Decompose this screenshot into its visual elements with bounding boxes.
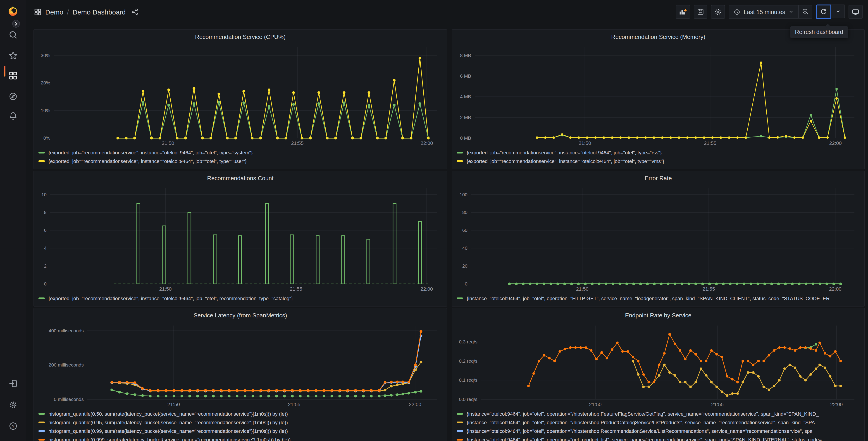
svg-text:0 MB: 0 MB: [460, 136, 471, 141]
save-dashboard-button[interactable]: [694, 5, 707, 19]
svg-text:40: 40: [462, 245, 467, 251]
legend-item[interactable]: {exported_job="recommendationservice", i…: [457, 148, 860, 157]
svg-text:2: 2: [44, 263, 46, 268]
svg-text:21:55: 21:55: [291, 140, 304, 146]
legend-item[interactable]: {exported_job="recommendationservice", i…: [38, 294, 442, 302]
legend-item[interactable]: {instance="otelcol:9464", job="otel", op…: [457, 427, 860, 435]
svg-text:22:00: 22:00: [830, 402, 843, 407]
legend-swatch: [38, 160, 45, 162]
panel-chart[interactable]: 21:5021:5522:000.0 req/s0.1 req/s0.2 req…: [457, 321, 860, 408]
search-icon: [8, 30, 18, 39]
legend-item[interactable]: {instance="otelcol:9464", job="otel", op…: [457, 435, 860, 441]
chevron-right-icon: [14, 22, 18, 26]
legend-item[interactable]: {exported_job="recommendationservice", i…: [38, 148, 442, 157]
svg-text:21:55: 21:55: [288, 402, 301, 407]
legend-item[interactable]: histogram_quantile(0.99, sum(rate(latenc…: [38, 427, 442, 435]
sidebar-item-sign-in[interactable]: [0, 375, 26, 392]
svg-text:21:55: 21:55: [711, 402, 724, 407]
legend-item[interactable]: {instance="otelcol:9464", job="otel", op…: [457, 418, 860, 427]
svg-text:0: 0: [465, 281, 467, 286]
panel-title[interactable]: Service Latency (from SpanMetrics): [38, 311, 442, 320]
dashboards-grid-icon: [8, 71, 18, 80]
breadcrumb-separator: /: [67, 8, 69, 16]
time-range-picker[interactable]: Last 15 minutes: [728, 5, 799, 19]
clock-icon: [734, 8, 740, 15]
sidebar-item-alerting[interactable]: [0, 108, 26, 124]
svg-text:80: 80: [462, 210, 467, 215]
svg-text:4 MB: 4 MB: [460, 94, 471, 99]
svg-text:0%: 0%: [43, 136, 50, 141]
legend-swatch: [38, 439, 45, 440]
sidebar-item-search[interactable]: [0, 27, 26, 43]
legend-swatch: [457, 430, 463, 432]
sidebar-item-help[interactable]: ?: [0, 418, 26, 434]
legend-label: {instance="otelcol:9464", job="otel", op…: [467, 437, 822, 441]
panel-title[interactable]: Endpoint Rate by Service: [457, 311, 860, 320]
dashboard-settings-button[interactable]: [711, 5, 725, 19]
svg-text:200 milliseconds: 200 milliseconds: [49, 362, 84, 368]
legend-label: histogram_quantile(0.95, sum(rate(latenc…: [49, 419, 288, 425]
svg-text:100: 100: [460, 192, 467, 197]
refresh-interval-dropdown[interactable]: [831, 4, 845, 18]
panel: Service Latency (from SpanMetrics) 21:50…: [33, 308, 447, 441]
svg-text:21:50: 21:50: [589, 402, 601, 407]
panel-title[interactable]: Recommendations Count: [38, 174, 442, 183]
share-dashboard-icon[interactable]: [131, 8, 138, 16]
legend-item[interactable]: histogram_quantile(0.95, sum(rate(latenc…: [38, 418, 442, 427]
sidebar-expand-button[interactable]: [12, 20, 20, 28]
bell-icon: [8, 111, 18, 120]
legend-item[interactable]: {exported_job="recommendationservice", i…: [457, 157, 860, 165]
svg-text:0 milliseconds: 0 milliseconds: [54, 396, 84, 402]
legend-label: {instance="otelcol:9464", job="otel", op…: [467, 428, 812, 434]
breadcrumb: Demo / Demo Dashboard: [34, 8, 138, 16]
legend-swatch: [38, 297, 45, 299]
zoom-out-time-button[interactable]: [799, 5, 812, 19]
sidebar-item-starred[interactable]: [0, 48, 26, 64]
legend-label: {exported_job="recommendationservice", i…: [49, 158, 247, 164]
dashboard-toolbar: Last 15 minutes: [676, 4, 863, 19]
cycle-view-mode-button[interactable]: [848, 5, 863, 19]
legend-swatch: [38, 430, 45, 432]
breadcrumb-dashboard-title[interactable]: Demo Dashboard: [72, 8, 126, 16]
svg-text:0.1 req/s: 0.1 req/s: [459, 377, 477, 383]
legend-label: {exported_job="recommendationservice", i…: [467, 150, 662, 155]
svg-text:6 MB: 6 MB: [460, 74, 471, 79]
sidebar-item-explore[interactable]: [0, 88, 26, 105]
dashboard-grid: Recommendation Service (CPU%) 21:5021:55…: [33, 29, 865, 441]
legend-swatch: [38, 421, 45, 423]
add-panel-button[interactable]: [676, 5, 690, 19]
save-icon: [697, 8, 704, 16]
sidebar: ?: [0, 0, 26, 441]
breadcrumb-folder[interactable]: Demo: [45, 8, 63, 16]
legend-swatch: [457, 413, 463, 414]
panel-title[interactable]: Error Rate: [457, 174, 860, 183]
legend-label: {instance="otelcol:9464", job="otel", op…: [467, 419, 815, 425]
panel-chart[interactable]: 21:5021:5522:000246810: [38, 184, 442, 293]
svg-text:?: ?: [11, 424, 14, 429]
svg-text:21:50: 21:50: [167, 402, 180, 407]
svg-text:0: 0: [44, 281, 46, 286]
legend-label: {exported_job="recommendationservice", i…: [467, 158, 664, 164]
legend-item[interactable]: {instance="otelcol:9464", job="otel", op…: [457, 294, 860, 302]
legend-item[interactable]: histogram_quantile(0.999, sum(rate(laten…: [38, 435, 442, 441]
panel-chart[interactable]: 21:5021:5522:000%10%20%30%: [38, 42, 442, 147]
refresh-dashboard-button[interactable]: [816, 4, 831, 19]
legend-swatch: [38, 151, 45, 153]
refresh-icon: [820, 8, 827, 16]
panel-legend: {instance="otelcol:9464", job="otel", op…: [457, 294, 860, 302]
legend-label: {exported_job="recommendationservice", i…: [49, 295, 293, 301]
svg-text:22:00: 22:00: [829, 286, 841, 292]
panel-chart[interactable]: 21:5021:5522:00020406080100: [457, 184, 860, 293]
grafana-app: ? Demo / Demo Dashboard: [0, 0, 868, 441]
legend-item[interactable]: {exported_job="recommendationservice", i…: [38, 157, 442, 165]
panel-chart[interactable]: 21:5021:5522:000 MB2 MB4 MB6 MB8 MB: [457, 42, 860, 147]
legend-item[interactable]: {instance="otelcol:9464", job="otel", op…: [457, 409, 860, 418]
legend-item[interactable]: histogram_quantile(0.50, sum(rate(latenc…: [38, 409, 442, 418]
svg-text:30%: 30%: [41, 53, 50, 58]
panel-title[interactable]: Recommendation Service (CPU%): [38, 33, 442, 42]
sidebar-item-configuration[interactable]: [0, 396, 26, 413]
panel-chart[interactable]: 21:5021:5522:000 milliseconds200 millise…: [38, 321, 442, 408]
grafana-logo-icon[interactable]: [7, 5, 19, 17]
add-panel-icon: [679, 8, 687, 16]
sidebar-item-dashboards[interactable]: [0, 67, 26, 84]
